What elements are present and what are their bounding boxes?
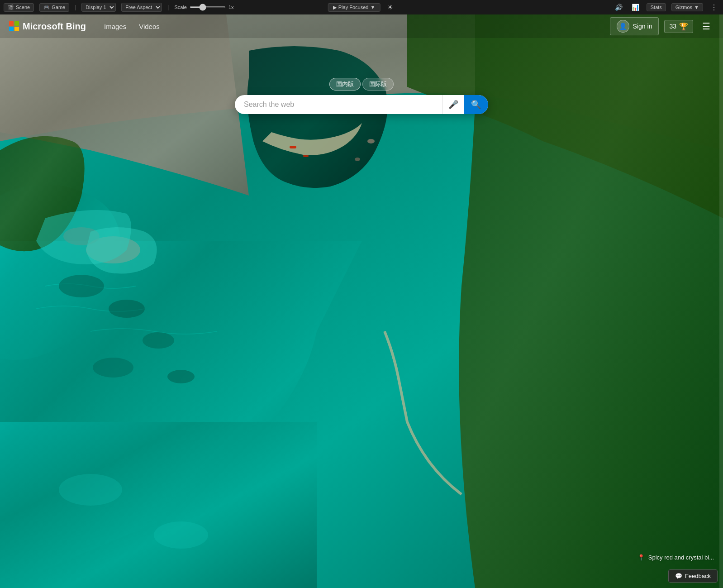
play-focused-label: Play Focused xyxy=(338,5,369,10)
search-submit-button[interactable]: 🔍 xyxy=(464,95,488,114)
search-tabs: 国内版 国际版 xyxy=(329,78,394,91)
caption-text: Spicy red and crystal bl... xyxy=(648,554,714,561)
dev-toolbar-center: ▶ Play Focused ▼ ☀ xyxy=(328,3,395,12)
search-input[interactable] xyxy=(235,95,442,114)
location-icon: 📍 xyxy=(637,554,645,561)
brand-name: Microsoft Bing xyxy=(23,21,86,32)
display-select[interactable]: Display 1 xyxy=(81,3,116,12)
search-icon: 🔍 xyxy=(471,100,481,110)
image-caption: 📍 Spicy red and crystal bl... xyxy=(637,554,714,561)
scale-label: Scale xyxy=(174,5,187,10)
feedback-button[interactable]: 💬 Feedback xyxy=(668,569,718,583)
play-focused-dropdown-icon: ▼ xyxy=(370,5,375,10)
more-icon: ⋮ xyxy=(710,4,718,11)
ms-square-blue xyxy=(9,27,14,31)
header-right: 👤 Sign in 33 🏆 ☰ xyxy=(610,17,714,35)
microphone-icon: 🎤 xyxy=(448,100,458,110)
stats-button[interactable]: Stats xyxy=(647,3,666,11)
scene-label: Scene xyxy=(16,5,30,10)
signin-label: Sign in xyxy=(633,23,652,30)
display-icon-button[interactable]: 📊 xyxy=(630,3,641,12)
game-label: Game xyxy=(52,5,65,10)
user-icon: 👤 xyxy=(619,23,627,30)
gizmos-button[interactable]: Gizmos ▼ xyxy=(671,3,703,11)
separator-2: | xyxy=(167,4,169,10)
voice-search-button[interactable]: 🎤 xyxy=(442,95,464,114)
avatar: 👤 xyxy=(617,20,629,33)
audio-icon-button[interactable]: 🔊 xyxy=(613,3,624,12)
tab-international-label: 国际版 xyxy=(369,81,387,87)
game-button[interactable]: 🎮 Game xyxy=(39,3,69,12)
pause-icon-button[interactable]: ☀ xyxy=(385,3,395,12)
feedback-icon: 💬 xyxy=(675,573,682,579)
trophy-icon: 🏆 xyxy=(679,22,688,31)
tab-international[interactable]: 国际版 xyxy=(362,78,394,91)
scene-button[interactable]: 🎬 Scene xyxy=(4,3,34,12)
ms-square-yellow xyxy=(14,27,19,31)
points-badge[interactable]: 33 🏆 xyxy=(664,20,693,33)
aspect-select[interactable]: Free Aspect xyxy=(121,3,162,12)
microsoft-logo xyxy=(9,21,19,31)
hamburger-menu-button[interactable]: ☰ xyxy=(699,19,714,33)
scrollbar[interactable] xyxy=(719,14,723,588)
stats-label: Stats xyxy=(651,5,662,10)
hamburger-icon: ☰ xyxy=(702,21,710,31)
dev-toolbar-right: 🔊 📊 Stats Gizmos ▼ ⋮ xyxy=(613,2,719,13)
ms-square-red xyxy=(9,21,14,26)
main-nav: Images Videos xyxy=(99,20,165,33)
scene-icon: 🎬 xyxy=(8,5,14,10)
separator-1: | xyxy=(75,4,76,10)
bing-header: Microsoft Bing Images Videos 👤 Sign in 3… xyxy=(0,14,723,38)
ms-square-green xyxy=(14,21,19,26)
bing-logo[interactable]: Microsoft Bing xyxy=(9,21,86,32)
nav-images[interactable]: Images xyxy=(99,20,132,33)
play-icon: ▶ xyxy=(333,5,337,10)
tab-domestic-label: 国内版 xyxy=(336,81,354,87)
feedback-label: Feedback xyxy=(685,573,711,579)
main-content: 国内版 国际版 🎤 🔍 xyxy=(0,14,723,588)
play-focused-button[interactable]: ▶ Play Focused ▼ xyxy=(328,3,381,12)
search-bar: 🎤 🔍 xyxy=(235,95,488,114)
dev-toolbar-left: 🎬 Scene 🎮 Game | Display 1 Free Aspect |… xyxy=(4,3,606,12)
dev-toolbar: 🎬 Scene 🎮 Game | Display 1 Free Aspect |… xyxy=(0,0,723,14)
gizmos-label: Gizmos xyxy=(675,5,692,10)
scale-container: Scale 1x xyxy=(174,5,233,10)
points-count: 33 xyxy=(669,23,676,30)
scale-slider[interactable] xyxy=(190,6,226,8)
scale-value: 1x xyxy=(228,5,234,10)
game-icon: 🎮 xyxy=(43,5,50,10)
more-options-button[interactable]: ⋮ xyxy=(709,2,719,13)
signin-button[interactable]: 👤 Sign in xyxy=(610,17,659,35)
tab-domestic[interactable]: 国内版 xyxy=(329,78,361,91)
gizmos-dropdown-icon: ▼ xyxy=(694,5,699,10)
nav-videos[interactable]: Videos xyxy=(133,20,165,33)
